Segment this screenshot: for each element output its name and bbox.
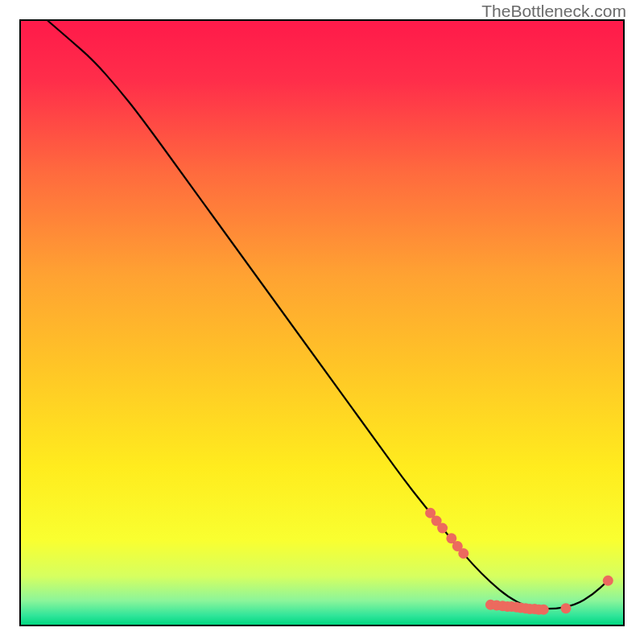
chart-svg: [21, 21, 623, 625]
data-marker: [437, 523, 448, 534]
watermark-text: TheBottleneck.com: [481, 2, 626, 21]
data-marker: [539, 605, 549, 615]
data-marker: [603, 576, 613, 586]
chart-background: [21, 21, 623, 625]
chart-frame: [19, 19, 625, 626]
data-marker: [458, 548, 469, 559]
data-marker: [560, 603, 571, 613]
